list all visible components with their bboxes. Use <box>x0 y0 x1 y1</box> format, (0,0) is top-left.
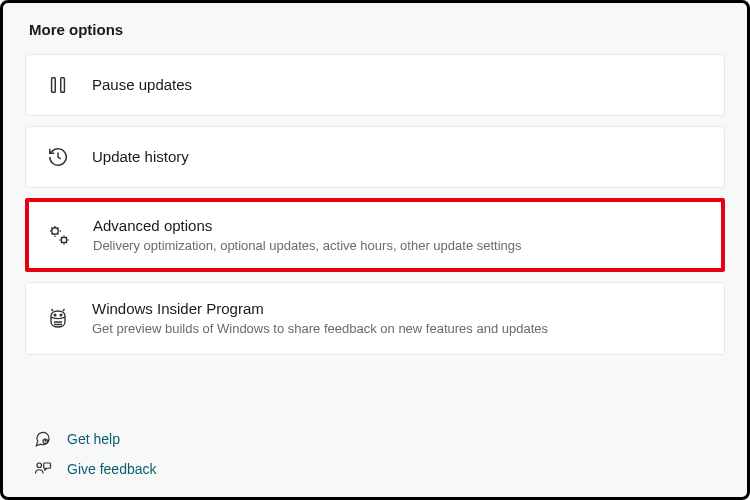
option-desc: Get preview builds of Windows to share f… <box>92 321 548 338</box>
footer-links: Get help Give feedback <box>33 419 157 479</box>
history-icon <box>44 143 72 171</box>
pause-icon <box>44 71 72 99</box>
option-label: Windows Insider Program <box>92 299 548 319</box>
option-label: Advanced options <box>93 216 522 236</box>
option-desc: Delivery optimization, optional updates,… <box>93 238 522 255</box>
get-help-link[interactable]: Get help <box>33 429 157 449</box>
svg-rect-0 <box>52 78 56 93</box>
svg-point-5 <box>60 314 62 316</box>
svg-point-4 <box>54 314 56 316</box>
option-text: Update history <box>92 147 189 167</box>
svg-rect-1 <box>61 78 65 93</box>
windows-insider-row[interactable]: Windows Insider Program Get preview buil… <box>25 282 725 354</box>
insider-icon <box>44 305 72 333</box>
option-text: Advanced options Delivery optimization, … <box>93 216 522 254</box>
option-text: Pause updates <box>92 75 192 95</box>
svg-point-7 <box>37 463 42 468</box>
option-label: Pause updates <box>92 75 192 95</box>
feedback-icon <box>33 459 53 479</box>
footer-link-label: Give feedback <box>67 461 157 477</box>
option-text: Windows Insider Program Get preview buil… <box>92 299 548 337</box>
give-feedback-link[interactable]: Give feedback <box>33 459 157 479</box>
pause-updates-row[interactable]: Pause updates <box>25 54 725 116</box>
svg-rect-8 <box>44 463 51 468</box>
section-title: More options <box>29 21 725 38</box>
advanced-options-row[interactable]: Advanced options Delivery optimization, … <box>25 198 725 272</box>
gears-icon <box>45 221 73 249</box>
svg-point-3 <box>61 237 67 243</box>
footer-link-label: Get help <box>67 431 120 447</box>
svg-point-2 <box>52 228 58 234</box>
help-icon <box>33 429 53 449</box>
option-label: Update history <box>92 147 189 167</box>
update-history-row[interactable]: Update history <box>25 126 725 188</box>
